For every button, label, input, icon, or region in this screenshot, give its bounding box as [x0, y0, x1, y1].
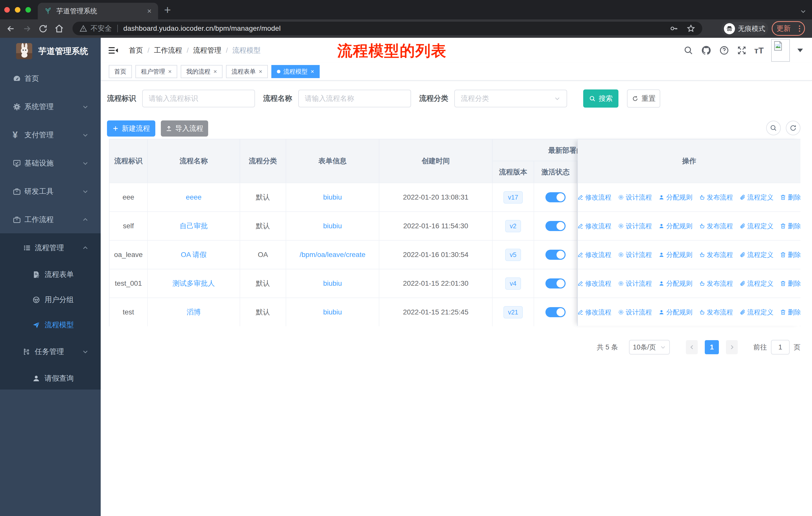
action-edit[interactable]: 修改流程: [577, 279, 611, 288]
action-delete[interactable]: 删除: [780, 308, 801, 317]
close-icon[interactable]: ×: [213, 68, 217, 75]
new-tab-button[interactable]: +: [164, 3, 171, 17]
sidebar-logo[interactable]: 芋道管理系统: [0, 38, 101, 64]
sidebar-item-process-model[interactable]: 流程模型: [0, 313, 101, 337]
sidebar-item-process-form[interactable]: 流程表单: [0, 262, 101, 287]
form-info-link[interactable]: biubiu: [286, 269, 379, 298]
sidebar-item-process-management[interactable]: 流程管理: [0, 234, 101, 262]
model-name-link[interactable]: 滔博: [148, 298, 240, 326]
tag-home[interactable]: 首页: [109, 65, 132, 78]
tag-process-model[interactable]: 流程模型×: [271, 65, 320, 78]
version-badge[interactable]: v5: [505, 249, 521, 261]
browser-menu-icon[interactable]: [799, 25, 800, 32]
active-toggle[interactable]: [546, 278, 566, 289]
bookmark-star-icon[interactable]: [687, 24, 695, 33]
font-size-icon[interactable]: тT: [754, 46, 764, 55]
goto-page-input[interactable]: [771, 340, 790, 354]
action-edit[interactable]: 修改流程: [577, 222, 611, 230]
action-assign-rule[interactable]: 分配规则: [659, 308, 692, 317]
next-page-button[interactable]: [726, 340, 738, 354]
create-process-button[interactable]: 新建流程: [107, 120, 155, 137]
sidebar-item-payment[interactable]: ¥ 支付管理: [0, 121, 101, 149]
action-publish[interactable]: 发布流程: [699, 308, 733, 317]
user-avatar[interactable]: [771, 39, 790, 62]
form-info-link[interactable]: /bpm/oa/leave/create: [286, 241, 379, 269]
url-text[interactable]: dashboard.yudao.iocoder.cn/bpm/manager/m…: [123, 24, 670, 32]
form-info-link[interactable]: biubiu: [286, 183, 379, 211]
search-icon[interactable]: [684, 45, 693, 55]
action-definition[interactable]: 流程定义: [740, 222, 774, 230]
fullscreen-icon[interactable]: [737, 45, 747, 55]
action-definition[interactable]: 流程定义: [740, 308, 774, 317]
filter-category-select[interactable]: 流程分类: [454, 90, 567, 107]
action-design[interactable]: 设计流程: [618, 250, 652, 259]
page-number-button[interactable]: 1: [705, 340, 719, 354]
help-icon[interactable]: [719, 45, 729, 55]
action-definition[interactable]: 流程定义: [740, 279, 774, 288]
tag-tenant[interactable]: 租户管理×: [136, 65, 177, 78]
reload-icon[interactable]: [38, 24, 48, 33]
action-publish[interactable]: 发布流程: [699, 193, 733, 202]
version-badge[interactable]: v4: [505, 277, 521, 290]
reset-button[interactable]: 重置: [627, 89, 660, 108]
sidebar-item-dev-tools[interactable]: 研发工具: [0, 178, 101, 206]
filter-name-input[interactable]: [298, 90, 411, 107]
version-badge[interactable]: v17: [503, 191, 523, 203]
back-icon[interactable]: [6, 24, 16, 33]
action-delete[interactable]: 删除: [780, 250, 801, 259]
tab-search-chevron-icon[interactable]: [800, 8, 807, 15]
close-icon[interactable]: ×: [311, 68, 314, 75]
sidebar-item-task-management[interactable]: 任务管理: [0, 337, 101, 366]
sidebar-item-workflow[interactable]: 工作流程: [0, 206, 101, 234]
sidebar-item-home[interactable]: 首页: [0, 64, 101, 93]
browser-tab[interactable]: 芋道管理系统 ×: [38, 3, 158, 19]
active-toggle[interactable]: [546, 250, 566, 260]
version-badge[interactable]: v21: [503, 306, 523, 319]
model-name-link[interactable]: 测试多审批人: [148, 269, 240, 298]
action-design[interactable]: 设计流程: [618, 308, 652, 317]
model-name-link[interactable]: 自己审批: [148, 212, 240, 240]
action-edit[interactable]: 修改流程: [577, 308, 611, 317]
action-assign-rule[interactable]: 分配规则: [659, 279, 692, 288]
version-badge[interactable]: v2: [505, 220, 521, 232]
action-delete[interactable]: 删除: [780, 222, 801, 230]
sidebar-item-user-group[interactable]: 用户分组: [0, 287, 101, 313]
maximize-window-button[interactable]: [25, 7, 31, 12]
sidebar-item-infrastructure[interactable]: 基础设施: [0, 149, 101, 178]
import-process-button[interactable]: 导入流程: [161, 120, 208, 137]
browser-update-button[interactable]: 更新: [772, 21, 805, 36]
action-edit[interactable]: 修改流程: [577, 193, 611, 202]
tab-close-icon[interactable]: ×: [147, 7, 151, 15]
home-icon[interactable]: [54, 24, 64, 33]
model-name-link[interactable]: OA 请假: [148, 241, 240, 269]
password-key-icon[interactable]: [670, 24, 678, 33]
action-assign-rule[interactable]: 分配规则: [659, 193, 692, 202]
active-toggle[interactable]: [546, 307, 566, 317]
update-label[interactable]: 更新: [777, 24, 791, 33]
forward-icon[interactable]: [22, 24, 32, 33]
breadcrumb-process-management[interactable]: 流程管理: [193, 46, 222, 55]
avatar-caret-icon[interactable]: [798, 49, 803, 52]
tag-my-process[interactable]: 我的流程×: [181, 65, 223, 78]
minimize-window-button[interactable]: [15, 7, 20, 12]
sidebar-item-system[interactable]: 系统管理: [0, 93, 101, 121]
security-label[interactable]: 不安全: [91, 24, 112, 33]
action-design[interactable]: 设计流程: [618, 222, 652, 230]
action-design[interactable]: 设计流程: [618, 193, 652, 202]
model-name-link[interactable]: eeee: [148, 183, 240, 211]
breadcrumb-home[interactable]: 首页: [129, 46, 143, 55]
tag-process-form[interactable]: 流程表单×: [226, 65, 268, 78]
filter-id-input[interactable]: [142, 90, 255, 107]
active-toggle[interactable]: [546, 221, 566, 231]
incognito-chip[interactable]: 无痕模式: [721, 22, 768, 36]
search-button[interactable]: 搜索: [583, 89, 618, 108]
close-window-button[interactable]: [4, 7, 10, 12]
action-delete[interactable]: 删除: [780, 193, 801, 202]
action-publish[interactable]: 发布流程: [699, 250, 733, 259]
action-assign-rule[interactable]: 分配规则: [659, 222, 692, 230]
refresh-table-button[interactable]: [786, 121, 801, 135]
page-size-select[interactable]: 10条/页: [629, 340, 670, 354]
action-edit[interactable]: 修改流程: [577, 250, 611, 259]
action-design[interactable]: 设计流程: [618, 279, 652, 288]
action-delete[interactable]: 删除: [780, 279, 801, 288]
